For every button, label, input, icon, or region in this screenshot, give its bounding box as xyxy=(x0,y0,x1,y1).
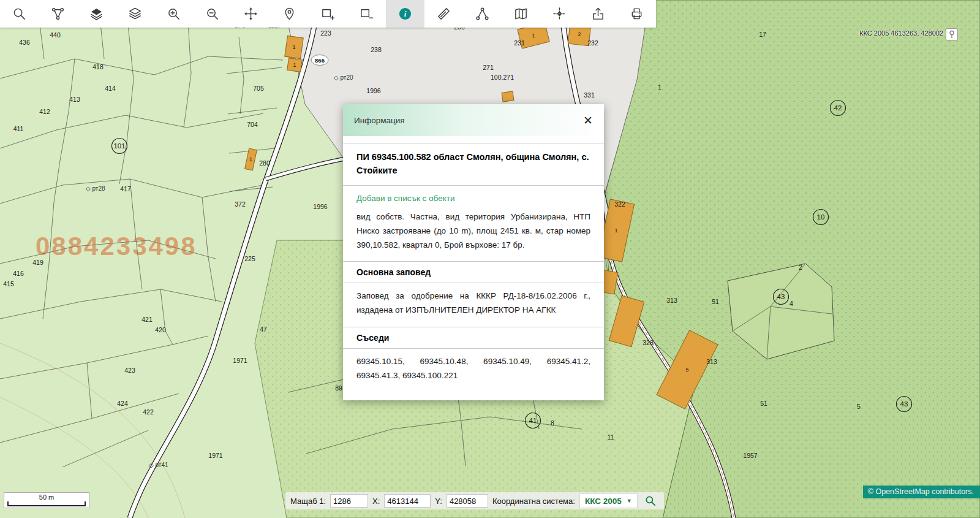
parcel-number-label: 231 xyxy=(514,39,525,47)
parcel-number-label: 89 xyxy=(335,384,342,392)
toolbar-snap-button[interactable] xyxy=(540,0,579,28)
building-number: 1 xyxy=(532,32,535,39)
parcel-number-label: 415 xyxy=(3,280,14,288)
toolbar-draw-vertices-button[interactable] xyxy=(463,0,502,28)
parcel-number-label: 414 xyxy=(105,85,116,92)
scale-label: Мащаб 1: xyxy=(290,497,326,506)
parcel-number-label: 372 xyxy=(235,200,246,208)
crs-selected-value: ККС 2005 xyxy=(585,497,622,506)
toolbar-info-button[interactable]: i xyxy=(386,0,424,28)
parcel-number-label: 322 xyxy=(614,200,625,208)
parcel-number-label: 1971 xyxy=(208,452,223,459)
parcel-number-label: 271 xyxy=(483,64,494,71)
pin-icon xyxy=(948,30,956,39)
building-number: 1 xyxy=(249,156,252,162)
parcel-number-label: 424 xyxy=(117,400,128,407)
toolbar-box-zoom-out-button[interactable] xyxy=(347,0,386,28)
parcel-number-label: 704 xyxy=(247,121,258,128)
parcel-number-label: 420 xyxy=(155,326,166,333)
toolbar-search-button[interactable] xyxy=(0,0,39,28)
toolbar-measure-button[interactable] xyxy=(424,0,463,28)
scale-bar-label: 50 m xyxy=(4,493,89,501)
print-icon xyxy=(630,7,644,21)
parcel-number-label: 1996 xyxy=(366,87,381,94)
parcel-number-label: ◇ рт20 xyxy=(334,74,353,81)
parcel-number-label: 1971 xyxy=(233,357,247,364)
crs-label: Координатна система: xyxy=(492,497,575,506)
parcel-number-label: 238 xyxy=(371,46,382,53)
toolbar-layers-button[interactable] xyxy=(77,0,116,28)
toolbar-locate-button[interactable] xyxy=(270,0,309,28)
toolbar-zoom-in-button[interactable] xyxy=(154,0,193,28)
osm-attribution[interactable]: © OpenStreetMap contributors. xyxy=(863,486,980,498)
neighbors-text: 69345.10.15, 69345.10.48, 69345.10.49, 6… xyxy=(356,354,590,383)
select-features-icon xyxy=(51,7,65,21)
draw-vertices-icon xyxy=(475,7,489,21)
parcel-number-label: 436 xyxy=(19,39,30,46)
zoom-out-icon xyxy=(205,7,219,21)
toolbar-print-button[interactable] xyxy=(617,0,656,28)
building-number: 1 xyxy=(292,44,295,50)
building-number: 2 xyxy=(578,31,581,37)
svg-text:i: i xyxy=(404,9,407,18)
info-icon: i xyxy=(398,7,412,21)
parcel-number-label: 331 xyxy=(584,91,595,99)
parcel-number-label: 1996 xyxy=(313,203,328,210)
toolbar-pan-button[interactable] xyxy=(232,0,270,28)
parcel-number-label: 42 xyxy=(834,104,842,112)
parcel-number-label: 421 xyxy=(141,316,153,323)
coordinate-search-button[interactable] xyxy=(642,493,659,509)
x-label: X: xyxy=(372,497,380,506)
measure-icon xyxy=(437,7,451,21)
section-order-heading: Основна заповед xyxy=(343,261,604,283)
layers-list-icon xyxy=(128,7,142,21)
pan-icon xyxy=(244,7,258,21)
x-coordinate-input[interactable] xyxy=(384,494,431,508)
section-neighbors-heading: Съседи xyxy=(343,327,604,349)
close-icon[interactable]: ✕ xyxy=(583,115,593,126)
dialog-title: Информация xyxy=(354,116,405,125)
map-building[interactable] xyxy=(502,91,514,102)
toolbar-map-sheet-button[interactable] xyxy=(502,0,540,28)
add-to-list-link[interactable]: Добави в списък с обекти xyxy=(343,186,604,204)
crs-dropdown[interactable]: ККС 2005 ▼ xyxy=(579,493,638,508)
parcel-number-label: 313 xyxy=(666,297,677,304)
parcel-number-label: 313 xyxy=(706,358,717,365)
y-coordinate-input[interactable] xyxy=(447,494,488,508)
parcel-details-text: вид собств. Частна, вид територия Урбани… xyxy=(356,210,590,253)
toolbar-box-zoom-in-button[interactable] xyxy=(309,0,347,28)
parcel-number-label: 866 xyxy=(315,57,325,64)
parcel-number-label: 41 xyxy=(529,417,537,424)
building-number: 1 xyxy=(293,62,296,68)
search-icon xyxy=(644,495,657,507)
coordinate-readout: ККС 2005 4613263, 428002 xyxy=(859,29,943,37)
parcel-number-label: 101 xyxy=(113,142,125,150)
toolbar-layers-list-button[interactable] xyxy=(116,0,154,28)
toolbar: i xyxy=(0,0,656,28)
box-zoom-in-icon xyxy=(321,7,335,21)
toolbar-select-features-button[interactable] xyxy=(39,0,77,28)
scale-bar-line xyxy=(7,501,86,506)
parcel-number-label: 1957 xyxy=(743,452,758,459)
parcel-number-label: 223 xyxy=(320,29,331,37)
parcel-number-label: 423 xyxy=(124,367,135,374)
toolbar-export-button[interactable] xyxy=(579,0,617,28)
parcel-number-label: 51 xyxy=(712,298,719,305)
parcel-number-label: 225 xyxy=(244,255,255,262)
map-sheet-icon xyxy=(514,7,528,21)
parcel-number-label: ◇ рт41 xyxy=(149,462,168,468)
watermark-phone: 0884233498 xyxy=(36,232,197,261)
info-dialog: Информация ✕ ПИ 69345.100.582 област Смо… xyxy=(343,104,604,400)
pin-toggle-button[interactable] xyxy=(946,28,958,40)
parcel-number-label: 43 xyxy=(900,400,908,408)
parcel-number-label: 51 xyxy=(760,400,767,407)
search-icon xyxy=(12,7,26,21)
parcel-number-label: 47 xyxy=(260,326,267,333)
toolbar-zoom-out-button[interactable] xyxy=(193,0,232,28)
scale-input[interactable] xyxy=(330,494,368,508)
parcel-number-label: 280 xyxy=(259,159,270,167)
layers-icon xyxy=(89,7,104,21)
snap-crosshair-icon xyxy=(552,7,567,21)
parcel-number-label: 440 xyxy=(50,31,61,39)
parcel-number-label: 11 xyxy=(608,433,614,441)
